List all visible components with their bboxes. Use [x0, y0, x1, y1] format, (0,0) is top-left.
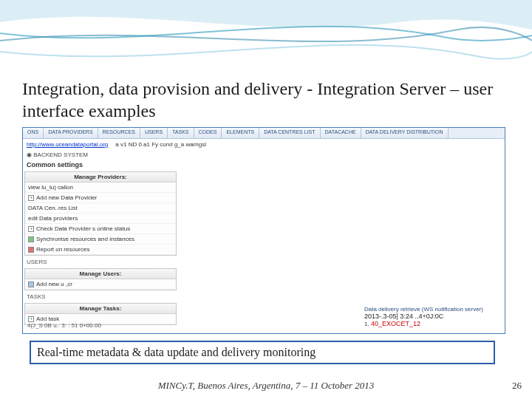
delivery-header: Data delivery retrieve (WS notification …: [364, 306, 497, 313]
plus-icon: [28, 316, 34, 322]
cruise-id[interactable]: 40_EXOCET_12: [371, 320, 420, 327]
portal-url-link[interactable]: http://www.oceandataportal.org: [27, 141, 108, 148]
list-item[interactable]: DATA Cen..res List: [25, 203, 176, 214]
tab-datacache[interactable]: DATACACHE: [321, 128, 361, 138]
list-item[interactable]: Add new Data Provider: [25, 193, 176, 203]
plus-icon: [28, 195, 34, 201]
list-item[interactable]: Synchronise resources and instances: [25, 234, 176, 245]
footer-text: MINCy.T, Buenos Aires, Argentina, 7 – 11…: [0, 380, 532, 392]
users-section-label: USERS: [23, 257, 178, 267]
list-item[interactable]: Report on resources: [25, 245, 176, 255]
list-item[interactable]: view lu_lu) callon: [25, 183, 176, 193]
manage-users-head: Manage Users:: [25, 269, 176, 279]
manage-users-panel: Manage Users: Add new u ,cr: [24, 268, 177, 290]
tab-bar: ONS DATA PROVIDERS RESOURCES USERS TASKS…: [23, 128, 505, 139]
tab-data-delivery[interactable]: DATA DELIVERY DISTRIBUTION: [361, 128, 449, 138]
tab-data-centres-list[interactable]: DATA CENTRES LIST: [259, 128, 320, 138]
list-item[interactable]: edit Data providers: [25, 214, 176, 224]
sync-icon: [28, 236, 34, 242]
tasks-section-label: TASKS: [23, 292, 178, 301]
caption-box: Real-time metadata & data update and del…: [30, 341, 495, 364]
tab-ons[interactable]: ONS: [23, 128, 44, 138]
tab-data-providers[interactable]: DATA PROVIDERS: [44, 128, 98, 138]
backend-label: ◉ BACKEND SYSTEM: [23, 150, 505, 160]
manage-providers-head: Manage Providers:: [25, 172, 176, 183]
delivery-timestamp: 2013-.3-05| 3:24 ..4+0J:0C: [364, 313, 497, 320]
page-number: 26: [512, 380, 522, 392]
url-bar: http://www.oceandataportal.org a v1 ND 0…: [23, 139, 505, 150]
manage-tasks-head: Manage Tasks:: [25, 304, 176, 314]
tab-resources[interactable]: RESOURCES: [98, 128, 140, 138]
list-item[interactable]: Check Data Provider s online status: [25, 224, 176, 234]
delivery-status-block: Data delivery retrieve (WS notification …: [364, 306, 497, 327]
ui-screenshot: ONS DATA PROVIDERS RESOURCES USERS TASKS…: [22, 127, 505, 334]
url-suffix-text: a v1 ND 0 a1 Fy cond g_a warngsl: [115, 141, 206, 148]
slide-title: Integration, data provision and delivery…: [22, 78, 510, 122]
user-icon: [28, 282, 34, 287]
manage-providers-panel: Manage Providers: view lu_lu) callon Add…: [24, 171, 177, 256]
tab-users[interactable]: USERS: [140, 128, 168, 138]
wave-background: [0, 0, 532, 66]
tab-tasks[interactable]: TASKS: [168, 128, 194, 138]
tab-codes[interactable]: CODES: [194, 128, 222, 138]
report-icon: [28, 247, 34, 253]
timestamp-left: 4(J_S 0B u.. 3: : 51 0+00.00: [27, 322, 101, 329]
plus-icon: [28, 226, 34, 232]
delivery-number: 1.: [364, 321, 369, 327]
list-item[interactable]: Add new u ,cr: [25, 279, 176, 290]
common-settings-label: Common settings: [23, 160, 505, 170]
tab-elements[interactable]: ELEMENTS: [222, 128, 259, 138]
